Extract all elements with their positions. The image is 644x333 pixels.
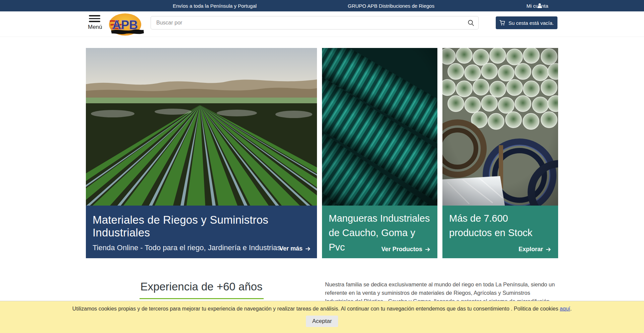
ver-productos-label: Ver Productos (381, 246, 422, 253)
cookie-message: Utilizamos cookies propias y de terceros… (0, 306, 644, 312)
group-brand-link[interactable]: GRUPO APB Distribuciones de Riegos (348, 3, 434, 9)
about-heading: Experiencia de +60 años (86, 280, 317, 293)
hero-banner-row: Materiales de Riegos y Suministros Indus… (86, 48, 558, 258)
apb-logo-image: APB (108, 13, 144, 36)
menu-label: Menú (88, 24, 101, 31)
hero-subtitle: Tienda Online - Todo para el riego, Jard… (93, 243, 310, 252)
hero-card-stock[interactable]: Más de 7.600 productos en Stock Explorar (442, 48, 558, 258)
cart-label: Su cesta está vacía. (508, 20, 554, 26)
cart-icon (499, 20, 505, 26)
hero-card-mangueras[interactable]: Mangueras Industriales de Caucho, Goma y… (322, 48, 437, 258)
hero-panel-mangueras: Mangueras Industriales de Caucho, Goma y… (322, 206, 437, 258)
hero-panel-stock: Más de 7.600 productos en Stock Explorar (442, 206, 558, 258)
search-input[interactable] (151, 16, 479, 30)
apb-logo-text: APB (112, 18, 138, 32)
cookie-message-suffix: . (570, 306, 572, 312)
cookie-policy-link[interactable]: aquí (560, 306, 570, 312)
hero-image-field[interactable] (86, 48, 317, 206)
search-icon[interactable] (468, 19, 474, 26)
hero-image-warehouse[interactable] (442, 48, 558, 206)
explorar-link[interactable]: Explorar (519, 246, 551, 253)
green-underline (140, 298, 264, 299)
arrow-right-icon (546, 247, 551, 252)
explorar-label: Explorar (519, 246, 543, 253)
apb-logo[interactable]: APB (108, 13, 144, 37)
hero-title: Más de 7.600 productos en Stock (449, 206, 551, 240)
ver-mas-link[interactable]: Ver más (279, 245, 311, 252)
shipping-notice: Envíos a toda la Península y Portugal (173, 3, 257, 9)
ver-productos-link[interactable]: Ver Productos (381, 246, 431, 253)
my-account-link[interactable]: Mi cuenta (537, 3, 542, 8)
menu-button[interactable]: Menú (88, 15, 101, 31)
cart-button[interactable]: Su cesta está vacía. (496, 16, 557, 29)
arrow-right-icon (425, 247, 431, 252)
hero-card-materiales[interactable]: Materiales de Riegos y Suministros Indus… (86, 48, 317, 258)
cookie-banner: Utilizamos cookies propias y de terceros… (0, 301, 644, 333)
ver-mas-label: Ver más (279, 245, 303, 252)
hero-panel-materiales: Materiales de Riegos y Suministros Indus… (86, 206, 317, 258)
site-header: Menú APB (0, 11, 644, 37)
cookie-message-text: Utilizamos cookies propias y de terceros… (72, 306, 560, 312)
hero-title: Materiales de Riegos y Suministros Indus… (93, 206, 310, 239)
hamburger-icon (89, 15, 100, 22)
arrow-right-icon (305, 246, 311, 252)
my-account-label: Mi cuenta (526, 3, 548, 9)
hero-image-hoses[interactable] (322, 48, 437, 206)
top-info-bar: Envíos a toda la Península y Portugal GR… (0, 0, 644, 11)
cookie-accept-button[interactable]: Aceptar (306, 316, 338, 327)
search-bar (151, 16, 479, 30)
